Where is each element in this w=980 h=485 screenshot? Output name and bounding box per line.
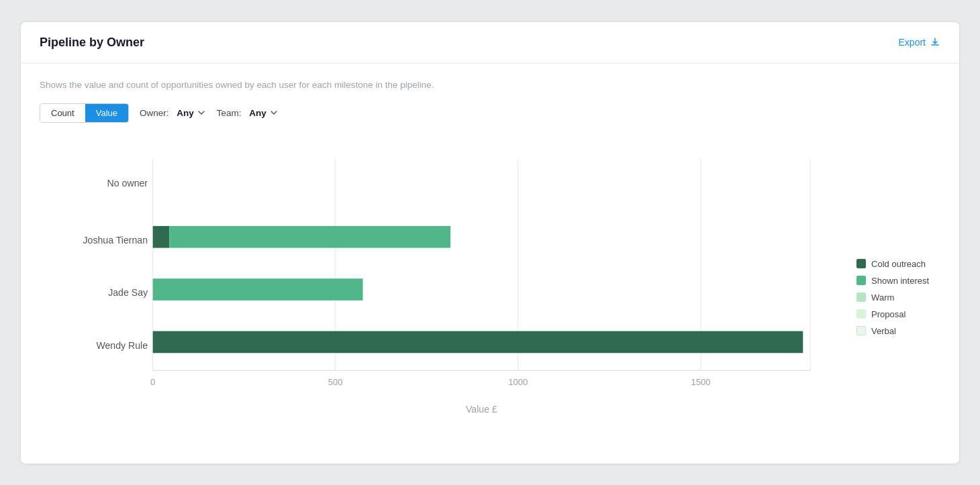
legend-item-proposal: Proposal — [856, 309, 940, 319]
legend-color-shown-interest — [856, 276, 866, 285]
team-filter-value: Any — [249, 108, 266, 118]
team-filter[interactable]: Team: Any — [217, 108, 279, 118]
card-body: Shows the value and count of opportuniti… — [21, 64, 959, 441]
legend-color-verbal — [856, 326, 866, 335]
bar-joshua-shown-interest — [169, 225, 450, 248]
legend-color-warm — [856, 292, 866, 302]
svg-text:1000: 1000 — [508, 377, 528, 387]
bar-jade-shown-interest — [153, 278, 363, 301]
pipeline-card: Pipeline by Owner Export Shows the value… — [20, 21, 960, 464]
chevron-down-icon — [269, 108, 279, 117]
legend-label-shown-interest: Shown interest — [871, 276, 929, 286]
owner-filter-label: Owner: — [140, 108, 169, 118]
svg-text:0: 0 — [150, 377, 155, 387]
owner-label-no-owner: No owner — [107, 178, 148, 188]
legend-label-cold-outreach: Cold outreach — [871, 259, 926, 269]
controls-bar: Count Value Owner: Any Team: Any — [40, 103, 940, 123]
legend-item-shown-interest: Shown interest — [856, 276, 940, 286]
count-toggle-button[interactable]: Count — [40, 104, 85, 122]
chart-legend: Cold outreach Shown interest Warm Propos… — [843, 144, 940, 425]
legend-item-verbal: Verbal — [856, 326, 940, 336]
legend-label-warm: Warm — [871, 292, 894, 303]
export-button[interactable]: Export — [899, 37, 940, 48]
description-text: Shows the value and count of opportuniti… — [40, 80, 940, 90]
page-title: Pipeline by Owner — [40, 36, 144, 50]
owner-filter-value: Any — [177, 108, 194, 118]
owner-label-wendy: Wendy Rule — [96, 339, 148, 350]
bar-wendy-cold-outreach — [153, 331, 803, 353]
card-header: Pipeline by Owner Export — [21, 22, 959, 64]
svg-text:1500: 1500 — [691, 377, 710, 387]
value-toggle-button[interactable]: Value — [85, 104, 128, 122]
legend-color-proposal — [856, 309, 866, 319]
bar-chart: 0 500 1000 1500 No owner Joshua Tiernan — [40, 144, 843, 422]
owner-label-joshua: Joshua Tiernan — [83, 235, 148, 246]
chevron-down-icon — [197, 108, 206, 117]
legend-label-proposal: Proposal — [871, 309, 905, 319]
owner-filter[interactable]: Owner: Any — [140, 108, 206, 118]
x-axis-label: Value £ — [466, 404, 497, 415]
legend-item-cold-outreach: Cold outreach — [856, 259, 940, 269]
chart-container: 0 500 1000 1500 No owner Joshua Tiernan — [40, 144, 940, 425]
owner-label-jade: Jade Say — [108, 287, 148, 298]
legend-label-verbal: Verbal — [871, 326, 896, 336]
team-filter-label: Team: — [217, 108, 242, 118]
export-label: Export — [899, 37, 926, 48]
chart-svg-area: 0 500 1000 1500 No owner Joshua Tiernan — [40, 144, 843, 425]
legend-item-warm: Warm — [856, 292, 940, 303]
legend-color-cold-outreach — [856, 259, 866, 268]
download-icon — [930, 37, 940, 48]
count-value-toggle: Count Value — [40, 103, 129, 123]
bar-joshua-cold-outreach — [153, 225, 169, 248]
svg-text:500: 500 — [328, 377, 343, 387]
